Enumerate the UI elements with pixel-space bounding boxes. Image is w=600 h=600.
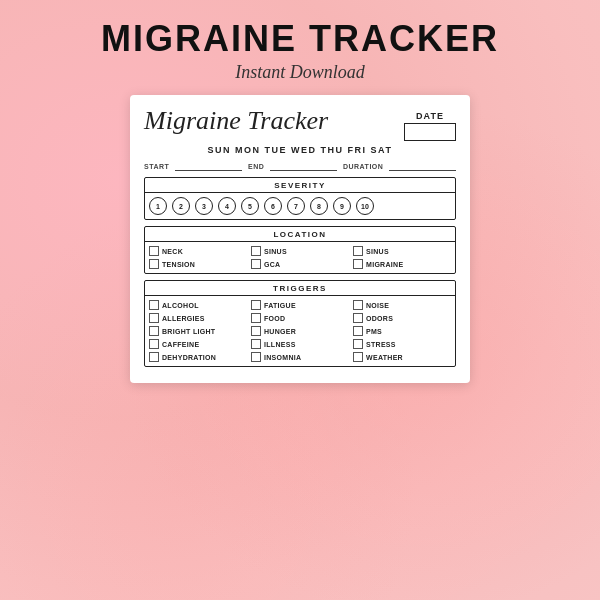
duration-field[interactable] — [389, 161, 456, 171]
location-checkbox-0[interactable] — [149, 246, 159, 256]
location-section: LOCATION NECK SINUS SINUS TENSION GCA MI… — [144, 226, 456, 274]
trigger-label-4: FOOD — [264, 315, 285, 322]
duration-label: DURATION — [343, 163, 383, 170]
location-item-3: TENSION — [149, 259, 247, 269]
trigger-item-2: NOISE — [353, 300, 451, 310]
trigger-item-8: PMS — [353, 326, 451, 336]
trigger-checkbox-1[interactable] — [251, 300, 261, 310]
trigger-label-9: CAFFEINE — [162, 341, 199, 348]
trigger-checkbox-7[interactable] — [251, 326, 261, 336]
severity-circle-3[interactable]: 3 — [195, 197, 213, 215]
location-label-0: NECK — [162, 248, 183, 255]
trigger-label-3: ALLERGIES — [162, 315, 205, 322]
location-item-5: MIGRAINE — [353, 259, 451, 269]
location-item-0: NECK — [149, 246, 247, 256]
paper-header: Migraine Tracker DATE — [144, 107, 456, 141]
script-title: Migraine Tracker — [144, 107, 328, 136]
location-label-1: SINUS — [264, 248, 287, 255]
trigger-checkbox-3[interactable] — [149, 313, 159, 323]
trigger-label-13: INSOMNIA — [264, 354, 301, 361]
trigger-label-2: NOISE — [366, 302, 389, 309]
severity-circle-2[interactable]: 2 — [172, 197, 190, 215]
location-label-5: MIGRAINE — [366, 261, 403, 268]
end-field[interactable] — [270, 161, 337, 171]
severity-row: 12345678910 — [145, 193, 455, 219]
trigger-checkbox-9[interactable] — [149, 339, 159, 349]
trigger-label-10: ILLNESS — [264, 341, 296, 348]
trigger-checkbox-6[interactable] — [149, 326, 159, 336]
location-item-4: GCA — [251, 259, 349, 269]
trigger-item-0: ALCOHOL — [149, 300, 247, 310]
trigger-label-6: BRIGHT LIGHT — [162, 328, 215, 335]
trigger-item-1: FATIGUE — [251, 300, 349, 310]
trigger-checkbox-0[interactable] — [149, 300, 159, 310]
severity-circle-8[interactable]: 8 — [310, 197, 328, 215]
trigger-checkbox-10[interactable] — [251, 339, 261, 349]
trigger-checkbox-11[interactable] — [353, 339, 363, 349]
trigger-checkbox-2[interactable] — [353, 300, 363, 310]
start-label: START — [144, 163, 169, 170]
trigger-checkbox-4[interactable] — [251, 313, 261, 323]
location-checkbox-5[interactable] — [353, 259, 363, 269]
header-area: MIGRAINE TRACKER Instant Download — [0, 0, 600, 83]
trigger-item-13: INSOMNIA — [251, 352, 349, 362]
start-field[interactable] — [175, 161, 242, 171]
location-label-4: GCA — [264, 261, 280, 268]
trigger-checkbox-14[interactable] — [353, 352, 363, 362]
trigger-item-5: ODORS — [353, 313, 451, 323]
location-checkbox-3[interactable] — [149, 259, 159, 269]
trigger-checkbox-8[interactable] — [353, 326, 363, 336]
trigger-label-8: PMS — [366, 328, 382, 335]
severity-circle-7[interactable]: 7 — [287, 197, 305, 215]
location-label-2: SINUS — [366, 248, 389, 255]
date-label: DATE — [404, 111, 456, 121]
location-label-3: TENSION — [162, 261, 195, 268]
trigger-item-12: DEHYDRATION — [149, 352, 247, 362]
trigger-label-12: DEHYDRATION — [162, 354, 216, 361]
severity-circle-1[interactable]: 1 — [149, 197, 167, 215]
trigger-checkbox-12[interactable] — [149, 352, 159, 362]
severity-circle-10[interactable]: 10 — [356, 197, 374, 215]
trigger-item-6: BRIGHT LIGHT — [149, 326, 247, 336]
paper-card: Migraine Tracker DATE SUN MON TUE WED TH… — [130, 95, 470, 383]
severity-circle-5[interactable]: 5 — [241, 197, 259, 215]
trigger-item-7: HUNGER — [251, 326, 349, 336]
trigger-label-0: ALCOHOL — [162, 302, 199, 309]
severity-section: SEVERITY 12345678910 — [144, 177, 456, 220]
trigger-checkbox-5[interactable] — [353, 313, 363, 323]
trigger-item-14: WEATHER — [353, 352, 451, 362]
location-grid: NECK SINUS SINUS TENSION GCA MIGRAINE — [145, 242, 455, 273]
location-checkbox-1[interactable] — [251, 246, 261, 256]
days-row: SUN MON TUE WED THU FRI SAT — [144, 145, 456, 155]
subtitle: Instant Download — [0, 62, 600, 83]
trigger-item-11: STRESS — [353, 339, 451, 349]
trigger-label-1: FATIGUE — [264, 302, 296, 309]
trigger-checkbox-13[interactable] — [251, 352, 261, 362]
end-label: END — [248, 163, 264, 170]
trigger-item-3: ALLERGIES — [149, 313, 247, 323]
severity-circle-9[interactable]: 9 — [333, 197, 351, 215]
location-title: LOCATION — [145, 227, 455, 242]
location-checkbox-2[interactable] — [353, 246, 363, 256]
date-field[interactable] — [404, 123, 456, 141]
severity-title: SEVERITY — [145, 178, 455, 193]
location-item-1: SINUS — [251, 246, 349, 256]
trigger-label-11: STRESS — [366, 341, 396, 348]
location-checkbox-4[interactable] — [251, 259, 261, 269]
severity-circle-6[interactable]: 6 — [264, 197, 282, 215]
trigger-label-14: WEATHER — [366, 354, 403, 361]
triggers-section: TRIGGERS ALCOHOL FATIGUE NOISE ALLERGIES… — [144, 280, 456, 367]
location-item-2: SINUS — [353, 246, 451, 256]
severity-circle-4[interactable]: 4 — [218, 197, 236, 215]
start-end-row: START END DURATION — [144, 161, 456, 171]
trigger-label-5: ODORS — [366, 315, 393, 322]
trigger-item-10: ILLNESS — [251, 339, 349, 349]
triggers-title: TRIGGERS — [145, 281, 455, 296]
main-title: MIGRAINE TRACKER — [0, 18, 600, 60]
trigger-item-9: CAFFEINE — [149, 339, 247, 349]
triggers-grid: ALCOHOL FATIGUE NOISE ALLERGIES FOOD ODO… — [145, 296, 455, 366]
trigger-label-7: HUNGER — [264, 328, 296, 335]
trigger-item-4: FOOD — [251, 313, 349, 323]
date-box: DATE — [404, 111, 456, 141]
